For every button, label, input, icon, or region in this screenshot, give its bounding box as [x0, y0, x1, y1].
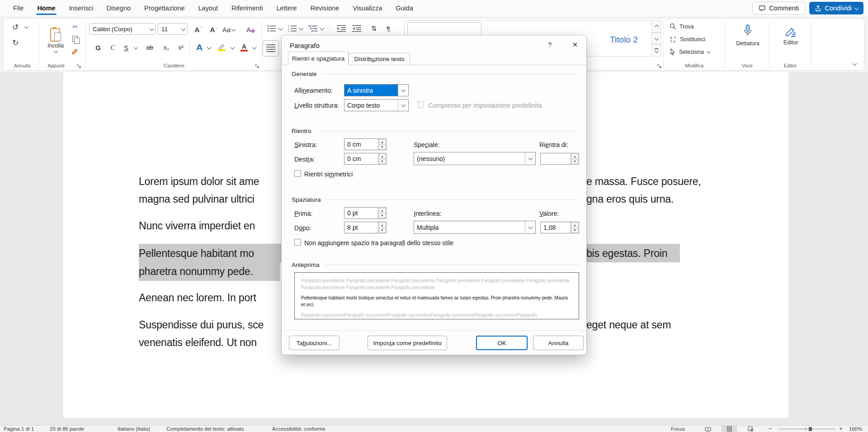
menu-tab-riferimenti[interactable]: Riferimenti: [225, 0, 269, 16]
numbered-list-button[interactable]: 123: [287, 23, 298, 34]
set-as-default-button[interactable]: Imposta come predefinito: [368, 336, 447, 350]
spacing-at-spinner[interactable]: 1,08 ▲▼: [540, 222, 579, 233]
tab-text-flow[interactable]: Distribuzione testo: [349, 53, 410, 65]
document-text-fragment[interactable]: Nunc viverra imperdiet en: [139, 220, 255, 232]
document-text-fragment[interactable]: Aenean nec lorem. In port: [139, 292, 256, 304]
chevron-down-icon[interactable]: [299, 26, 304, 31]
focus-mode-button[interactable]: Focus: [671, 426, 685, 432]
zoom-level[interactable]: 160%: [849, 426, 862, 432]
outline-level-dropdown[interactable]: Corpo testo: [344, 99, 409, 111]
cancel-button[interactable]: Annulla: [533, 336, 584, 350]
chevron-down-icon[interactable]: [278, 26, 283, 31]
find-button[interactable]: Trova: [670, 23, 724, 30]
document-text-fragment[interactable]: bis egestas. Proin: [586, 247, 667, 260]
spinner-arrows[interactable]: ▲▼: [378, 139, 386, 150]
justify-button[interactable]: [263, 40, 279, 57]
menu-tab-revisione[interactable]: Revisione: [304, 0, 346, 16]
menu-tab-visualizza[interactable]: Visualizza: [346, 0, 389, 16]
zoom-slider-handle[interactable]: [809, 427, 812, 431]
chevron-down-icon[interactable]: [134, 45, 138, 50]
shrink-font-button[interactable]: Aˇ: [207, 24, 218, 35]
gallery-scroll-down-button[interactable]: [651, 33, 661, 45]
document-text-fragment[interactable]: gna eros quis urna.: [586, 193, 674, 205]
document-text-fragment[interactable]: magna sed pulvinar ultrici: [139, 193, 255, 205]
menu-tab-guida[interactable]: Guida: [389, 0, 420, 16]
decrease-indent-button[interactable]: [336, 23, 347, 34]
text-effects-button[interactable]: A: [193, 41, 206, 54]
document-text-fragment[interactable]: venenatis eleifend. Ut non: [139, 337, 257, 349]
line-spacing-dropdown[interactable]: Multipla: [414, 221, 536, 234]
document-text-fragment[interactable]: Pellentesque habitant mo: [139, 247, 254, 260]
clear-formatting-button[interactable]: A: [245, 24, 256, 35]
tabs-button[interactable]: Tabulazioni...: [289, 336, 340, 350]
comments-button[interactable]: Commenti: [752, 2, 805, 14]
gallery-scroll-up-button[interactable]: [651, 20, 661, 33]
font-dialog-launcher-icon[interactable]: [255, 64, 259, 69]
zoom-in-button[interactable]: +: [839, 426, 843, 432]
clipboard-dialog-launcher-icon[interactable]: [76, 64, 81, 69]
strikethrough-button[interactable]: ab: [143, 42, 156, 53]
paste-button[interactable]: Incolla: [43, 20, 68, 59]
show-formatting-marks-button[interactable]: ¶: [383, 23, 394, 34]
chevron-down-icon[interactable]: [252, 45, 257, 50]
spacing-after-spinner[interactable]: 8 pt ▲▼: [344, 222, 387, 233]
menu-tab-file[interactable]: File: [6, 0, 30, 16]
chevron-down-icon[interactable]: [179, 28, 187, 30]
cut-button[interactable]: ✂: [70, 22, 80, 31]
zoom-out-button[interactable]: −: [769, 426, 772, 432]
chevron-down-icon[interactable]: [525, 152, 535, 165]
spinner-arrows[interactable]: ▲▼: [378, 208, 386, 218]
word-count-status[interactable]: 20 di 86 parole: [50, 426, 84, 432]
grow-font-button[interactable]: Aˆ: [191, 24, 203, 35]
chevron-down-icon[interactable]: [231, 45, 235, 50]
chevron-down-icon[interactable]: [147, 28, 156, 30]
font-size-combobox[interactable]: 11: [158, 23, 188, 35]
editor-button[interactable]: Editor: [773, 19, 809, 51]
indent-by-spinner[interactable]: ▲▼: [540, 153, 579, 165]
change-case-button[interactable]: Aa: [222, 24, 236, 35]
document-text-fragment[interactable]: pharetra nonummy pede.: [139, 266, 253, 278]
font-color-button[interactable]: A: [238, 41, 250, 54]
collapse-ribbon-icon[interactable]: [853, 62, 857, 66]
styles-dialog-launcher-icon[interactable]: [657, 64, 662, 69]
menu-tab-progettazione[interactable]: Progettazione: [137, 0, 191, 16]
text-prediction-status[interactable]: Completamento del testo: attivato: [166, 426, 244, 432]
zoom-slider-track[interactable]: [778, 429, 835, 429]
gallery-more-button[interactable]: [651, 44, 661, 57]
mirror-indents-checkbox[interactable]: [294, 170, 301, 177]
bold-button[interactable]: G: [93, 42, 104, 53]
subscript-button[interactable]: x₂: [160, 42, 172, 53]
document-text-fragment[interactable]: eget neque at sem: [586, 319, 671, 331]
chevron-down-icon[interactable]: [207, 45, 212, 50]
share-button[interactable]: Condividi: [809, 2, 863, 14]
spinner-arrows[interactable]: ▲▼: [378, 222, 386, 233]
superscript-button[interactable]: x²: [175, 42, 187, 53]
menu-tab-home[interactable]: Home: [30, 0, 62, 16]
spinner-arrows[interactable]: ▲▼: [378, 153, 386, 164]
copy-button[interactable]: [71, 35, 81, 44]
sort-button[interactable]: ⇅: [368, 23, 379, 34]
document-text-fragment[interactable]: Lorem ipsum dolor sit ame: [139, 176, 259, 188]
ok-button[interactable]: OK: [476, 336, 528, 350]
chevron-down-icon[interactable]: [525, 221, 535, 233]
redo-button[interactable]: ↻: [9, 37, 22, 48]
undo-button[interactable]: ↺: [9, 21, 22, 33]
no-space-same-style-checkbox[interactable]: [294, 239, 301, 246]
indent-special-dropdown[interactable]: (nessuno): [414, 152, 536, 165]
tab-indents-spacing[interactable]: Rientri e spaziatura: [288, 52, 349, 65]
document-text-fragment[interactable]: e massa. Fusce posuere,: [586, 176, 701, 188]
chevron-down-icon[interactable]: [24, 24, 29, 29]
page-number-status[interactable]: Pagina 1 di 1: [4, 426, 34, 432]
spinner-arrows[interactable]: ▲▼: [571, 222, 579, 233]
menu-tab-inserisci[interactable]: Inserisci: [62, 0, 100, 16]
highlight-color-button[interactable]: [215, 41, 228, 54]
italic-button[interactable]: C: [107, 42, 118, 53]
alignment-dropdown[interactable]: A sinistra: [344, 84, 409, 96]
menu-tab-lettere[interactable]: Lettere: [269, 0, 303, 16]
chevron-down-icon[interactable]: [398, 85, 408, 96]
print-layout-button[interactable]: [722, 426, 737, 432]
replace-button[interactable]: bc Sostituisci: [670, 36, 724, 43]
style-item-heading2[interactable]: Titolo 2: [599, 35, 649, 45]
read-mode-button[interactable]: [702, 426, 714, 432]
bullet-list-button[interactable]: [266, 23, 277, 34]
